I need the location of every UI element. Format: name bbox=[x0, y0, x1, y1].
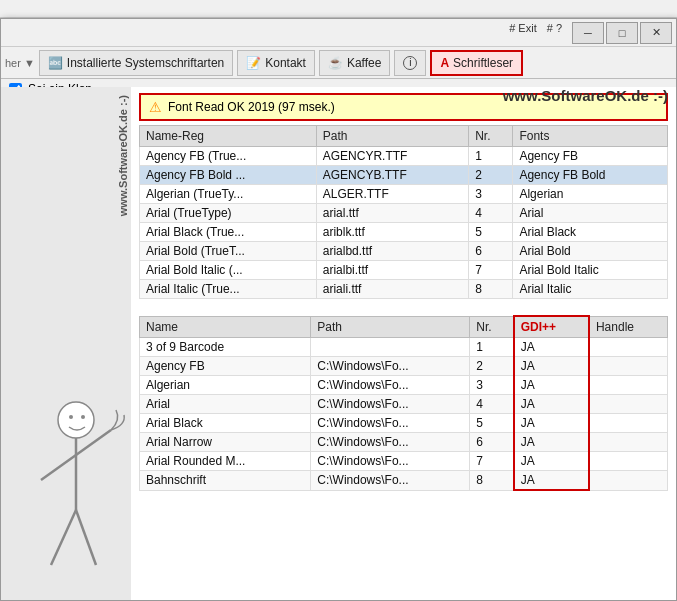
table-row[interactable]: ArialC:\Windows\Fo...4JA bbox=[140, 395, 668, 414]
status-icon: ⚠ bbox=[149, 99, 162, 115]
table-row[interactable]: Arial (TrueType)arial.ttf4Arial bbox=[140, 204, 668, 223]
gdi-table-section: Name Path Nr. GDI++ Handle 3 of 9 Barcod… bbox=[139, 315, 668, 491]
table1-header-row: Name-Reg Path Nr. Fonts bbox=[140, 126, 668, 147]
svg-line-4 bbox=[51, 510, 76, 565]
col-name-reg: Name-Reg bbox=[140, 126, 317, 147]
col-nr2: Nr. bbox=[470, 316, 514, 338]
table-row[interactable]: 3 of 9 Barcode1JA bbox=[140, 338, 668, 357]
svg-line-5 bbox=[76, 510, 96, 565]
table2-body: 3 of 9 Barcode1JAAgency FBC:\Windows\Fo.… bbox=[140, 338, 668, 491]
table-row[interactable]: AlgerianC:\Windows\Fo...3JA bbox=[140, 376, 668, 395]
contact-button[interactable]: 📝 Kontakt bbox=[237, 50, 315, 76]
table-row[interactable]: Agency FB Bold ...AGENCYB.TTF2Agency FB … bbox=[140, 166, 668, 185]
registry-table: Name-Reg Path Nr. Fonts Agency FB (True.… bbox=[139, 125, 668, 299]
svg-point-7 bbox=[81, 415, 85, 419]
status-bar: ⚠ Font Read OK 2019 (97 msek.) bbox=[139, 93, 668, 121]
status-text: Font Read OK 2019 (97 msek.) bbox=[168, 100, 335, 114]
table2-header-row: Name Path Nr. GDI++ Handle bbox=[140, 316, 668, 338]
col-gdi-header: GDI++ bbox=[514, 316, 589, 338]
table-row[interactable]: Arial Bold Italic (...arialbi.ttf7Arial … bbox=[140, 261, 668, 280]
close-button[interactable]: ✕ bbox=[640, 22, 672, 44]
table-row[interactable]: Arial BlackC:\Windows\Fo...5JA bbox=[140, 414, 668, 433]
exit-label: # Exit bbox=[509, 22, 537, 44]
installed-fonts-button[interactable]: 🔤 Installierte Systemschriftarten bbox=[39, 50, 233, 76]
table-row[interactable]: Arial NarrowC:\Windows\Fo...6JA bbox=[140, 433, 668, 452]
toolbar: her ▼ 🔤 Installierte Systemschriftarten … bbox=[1, 47, 676, 79]
info-icon: i bbox=[403, 56, 417, 70]
col-path1: Path bbox=[316, 126, 468, 147]
contact-icon: 📝 bbox=[246, 56, 261, 70]
main-content: ⚠ Font Read OK 2019 (97 msek.) Name-Reg … bbox=[131, 87, 676, 600]
schriftleser-button[interactable]: A Schriftleser bbox=[430, 50, 523, 76]
help-label: # ? bbox=[547, 22, 562, 44]
table-row[interactable]: BahnschriftC:\Windows\Fo...8JA bbox=[140, 471, 668, 491]
table-row[interactable]: Algerian (TrueTy...ALGER.TTF3Algerian bbox=[140, 185, 668, 204]
table-row[interactable]: Arial Italic (True...ariali.ttf8Arial It… bbox=[140, 280, 668, 299]
col-fonts: Fonts bbox=[513, 126, 668, 147]
gdi-table: Name Path Nr. GDI++ Handle 3 of 9 Barcod… bbox=[139, 315, 668, 491]
table-row[interactable]: Arial Bold (TrueT...arialbd.ttf6Arial Bo… bbox=[140, 242, 668, 261]
schriftleser-icon: A bbox=[440, 56, 449, 70]
table-row[interactable]: Arial Black (True...ariblk.ttf5Arial Bla… bbox=[140, 223, 668, 242]
stick-figure bbox=[21, 380, 131, 600]
col-path2: Path bbox=[311, 316, 470, 338]
table-row[interactable]: Agency FBC:\Windows\Fo...2JA bbox=[140, 357, 668, 376]
registry-table-section: Name-Reg Path Nr. Fonts Agency FB (True.… bbox=[139, 125, 668, 299]
svg-point-6 bbox=[69, 415, 73, 419]
window-controls: # Exit # ? ─ □ ✕ bbox=[509, 22, 672, 44]
table1-body: Agency FB (True...AGENCYR.TTF1Agency FBA… bbox=[140, 147, 668, 299]
col-handle: Handle bbox=[589, 316, 668, 338]
title-bar: # Exit # ? ─ □ ✕ bbox=[1, 19, 676, 47]
info-button[interactable]: i bbox=[394, 50, 426, 76]
svg-point-0 bbox=[58, 402, 94, 438]
col-nr1: Nr. bbox=[469, 126, 513, 147]
side-panel: www.SoftwareOK.de :-) bbox=[1, 87, 131, 600]
col-name2: Name bbox=[140, 316, 311, 338]
maximize-button[interactable]: □ bbox=[606, 22, 638, 44]
table-row[interactable]: Arial Rounded M...C:\Windows\Fo...7JA bbox=[140, 452, 668, 471]
side-watermark: www.SoftwareOK.de :-) bbox=[115, 87, 131, 224]
svg-line-2 bbox=[41, 455, 76, 480]
table-row[interactable]: Agency FB (True...AGENCYR.TTF1Agency FB bbox=[140, 147, 668, 166]
window-top-bar bbox=[0, 0, 677, 18]
main-window: # Exit # ? ─ □ ✕ her ▼ 🔤 Installierte Sy… bbox=[0, 18, 677, 601]
coffee-button[interactable]: ☕ Kaffee bbox=[319, 50, 390, 76]
coffee-icon: ☕ bbox=[328, 56, 343, 70]
fonts-icon: 🔤 bbox=[48, 56, 63, 70]
minimize-button[interactable]: ─ bbox=[572, 22, 604, 44]
